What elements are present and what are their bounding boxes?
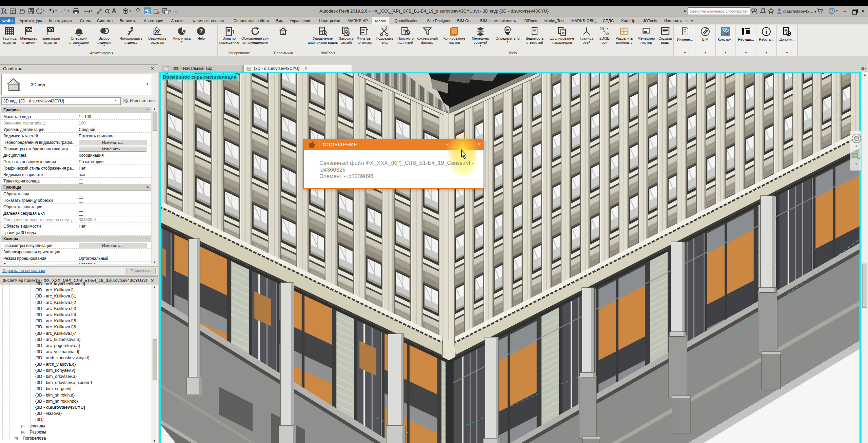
svg-text:2D: 2D [599,27,604,31]
svg-text:?: ? [831,9,833,13]
svg-text:?: ? [199,28,203,35]
svg-text:ID: ID [506,28,510,32]
svg-text:i: i [766,29,767,35]
svg-text:3D: 3D [605,32,609,36]
